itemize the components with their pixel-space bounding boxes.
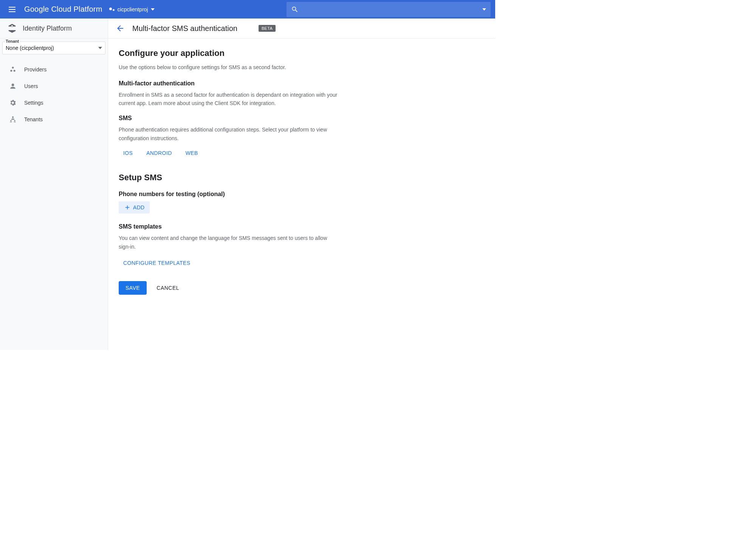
add-phone-button[interactable]: ADD <box>119 201 150 213</box>
sms-heading: SMS <box>119 115 445 122</box>
svg-point-3 <box>12 116 14 118</box>
save-button[interactable]: SAVE <box>119 281 147 295</box>
svg-point-0 <box>12 67 14 69</box>
sidebar-title: Identity Platform <box>23 25 72 32</box>
identity-platform-icon <box>7 23 17 34</box>
back-arrow-icon[interactable] <box>116 24 125 33</box>
beta-badge: BETA <box>259 25 276 32</box>
gear-icon <box>9 99 17 107</box>
platform-android-link[interactable]: ANDROID <box>146 150 172 156</box>
sidebar-item-label: Providers <box>24 66 46 73</box>
search-icon <box>291 6 299 13</box>
sidebar-nav: Providers Users Settings Tenants <box>0 61 108 128</box>
plus-icon <box>124 204 131 211</box>
mfa-desc: Enrollment in SMS as a second factor for… <box>119 91 338 108</box>
project-selector[interactable]: cicpclientproj <box>109 6 155 12</box>
svg-point-4 <box>10 120 11 121</box>
project-icon <box>109 8 115 11</box>
main: Multi-factor SMS authentication BETA Con… <box>108 19 495 350</box>
sidebar-item-label: Users <box>24 83 38 89</box>
tenant-value: None (cicpclientproj) <box>6 45 54 51</box>
section-setup-title: Setup SMS <box>119 173 445 182</box>
content: Configure your application Use the optio… <box>108 39 456 305</box>
section-configure-title: Configure your application <box>119 48 445 58</box>
chevron-down-icon <box>98 47 102 49</box>
phones-heading: Phone numbers for testing (optional) <box>119 191 445 198</box>
providers-icon <box>9 66 17 73</box>
chevron-down-icon <box>151 8 155 11</box>
svg-point-5 <box>14 120 15 121</box>
tenants-icon <box>9 116 17 123</box>
cancel-button[interactable]: CANCEL <box>156 285 179 291</box>
platform-web-link[interactable]: WEB <box>186 150 198 156</box>
menu-button[interactable] <box>5 2 20 17</box>
templates-heading: SMS templates <box>119 223 445 230</box>
sidebar-item-settings[interactable]: Settings <box>0 94 108 111</box>
sms-desc: Phone authentication requires additional… <box>119 125 338 142</box>
product-name: Google Cloud Platform <box>24 5 102 14</box>
sidebar-item-providers[interactable]: Providers <box>0 61 108 78</box>
users-icon <box>9 82 17 90</box>
platform-ios-link[interactable]: IOS <box>123 150 133 156</box>
action-buttons: SAVE CANCEL <box>119 281 445 295</box>
project-name: cicpclientproj <box>118 6 148 12</box>
sidebar-item-tenants[interactable]: Tenants <box>0 111 108 128</box>
search-box[interactable] <box>287 2 491 17</box>
mfa-heading: Multi-factor authentication <box>119 80 445 87</box>
page-title: Multi-factor SMS authentication <box>132 24 237 33</box>
top-bar: Google Cloud Platform cicpclientproj <box>0 0 495 19</box>
menu-icon <box>9 7 15 12</box>
configure-templates-link[interactable]: CONFIGURE TEMPLATES <box>123 260 190 266</box>
tenant-label: Tenant <box>5 39 20 43</box>
platform-links: IOS ANDROID WEB <box>123 150 445 156</box>
sidebar: Identity Platform Tenant None (cicpclien… <box>0 19 108 350</box>
sidebar-item-label: Tenants <box>24 116 43 122</box>
sidebar-item-users[interactable]: Users <box>0 78 108 94</box>
svg-point-1 <box>10 70 12 72</box>
sidebar-item-label: Settings <box>24 100 43 106</box>
tenant-selector[interactable]: Tenant None (cicpclientproj) <box>2 42 105 54</box>
add-button-label: ADD <box>133 204 144 210</box>
templates-desc: You can view content and change the lang… <box>119 234 338 251</box>
sidebar-header: Identity Platform <box>0 19 108 39</box>
section-configure-desc: Use the options below to configure setti… <box>119 63 445 72</box>
svg-point-2 <box>14 70 15 72</box>
main-header: Multi-factor SMS authentication BETA <box>108 19 495 39</box>
chevron-down-icon <box>482 8 486 11</box>
